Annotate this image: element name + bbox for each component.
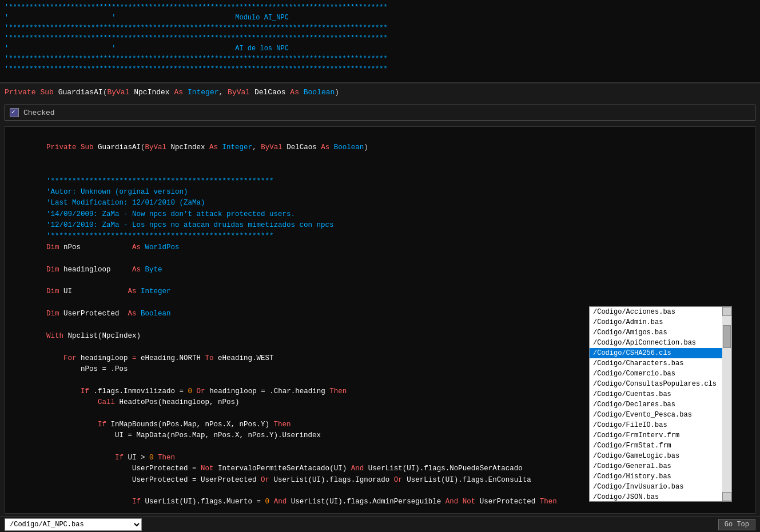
code-editor[interactable]: Private Sub GuardiasAI(ByVal NpcIndex As… xyxy=(5,126,755,514)
code-comment-6: '***************************************… xyxy=(12,231,748,242)
dropdown-list[interactable]: /Codigo/Acciones.bas/Codigo/Admin.bas/Co… xyxy=(590,307,722,501)
dropdown-scrollbar[interactable]: ▲ ▼ xyxy=(722,307,731,501)
code-func-sig: Private Sub GuardiasAI(ByVal NpcIndex As… xyxy=(12,131,748,165)
banner-line-1: '***************************************… xyxy=(5,2,755,13)
top-banner: '***************************************… xyxy=(0,0,760,83)
dropdown-item[interactable]: /Codigo/History.bas xyxy=(590,471,722,482)
dropdown-item[interactable]: /Codigo/General.bas xyxy=(590,461,722,471)
code-blank-3 xyxy=(12,275,748,286)
scrollbar-thumb[interactable] xyxy=(723,325,731,348)
dropdown-item[interactable]: /Codigo/JSON.bas xyxy=(590,492,722,501)
dropdown-item[interactable]: /Codigo/FrmStat.frm xyxy=(590,441,722,451)
dropdown-item[interactable]: /Codigo/Admin.bas xyxy=(590,317,722,327)
code-comment-2: 'Autor: Unknown (orginal version) xyxy=(12,187,748,198)
file-dropdown-overlay: /Codigo/Acciones.bas/Codigo/Admin.bas/Co… xyxy=(589,306,732,502)
func-signature-bar: Private Sub GuardiasAI(ByVal NpcIndex As… xyxy=(0,83,760,101)
dropdown-item[interactable]: /Codigo/GameLogic.bas xyxy=(590,451,722,461)
go-top-button[interactable]: Go Top xyxy=(718,519,755,530)
dropdown-item[interactable]: /Codigo/InvUsuario.bas xyxy=(590,482,722,492)
dropdown-item[interactable]: /Codigo/FrmInterv.frm xyxy=(590,430,722,441)
banner-line-6: '***************************************… xyxy=(5,54,755,64)
checked-bar: Checked xyxy=(5,105,755,121)
code-dim-npos: Dim nPos As WorldPos xyxy=(12,242,748,253)
code-comment-5: '12/01/2010: ZaMa - Los npcs no atacan d… xyxy=(12,220,748,231)
dropdown-item[interactable]: /Codigo/FileIO.bas xyxy=(590,420,722,430)
code-comment-3: 'Last Modification: 12/01/2010 (ZaMa) xyxy=(12,198,748,209)
banner-line-5: '' AI de los NPC xyxy=(5,43,755,54)
dropdown-item[interactable]: /Codigo/Comercio.bas xyxy=(590,369,722,379)
code-blank-2 xyxy=(12,253,748,264)
dropdown-item[interactable]: /Codigo/Cuentas.bas xyxy=(590,389,722,399)
code-blank-11 xyxy=(12,508,748,513)
scrollbar-up-arrow[interactable]: ▲ xyxy=(722,307,731,316)
banner-line-7: '***************************************… xyxy=(5,64,755,74)
dropdown-item[interactable]: /Codigo/Acciones.bas xyxy=(590,307,722,317)
code-blank-1 xyxy=(12,165,748,175)
file-selector-dropdown[interactable]: /Codigo/AI_NPC.bas xyxy=(5,518,142,531)
dropdown-item[interactable]: /Codigo/Characters.bas xyxy=(590,358,722,369)
func-signature-text: Private Sub GuardiasAI(ByVal NpcIndex As… xyxy=(5,88,339,97)
banner-line-2: '' Modulo AI_NPC xyxy=(5,13,755,23)
checked-label: Checked xyxy=(23,109,55,117)
dropdown-item[interactable]: /Codigo/Amigos.bas xyxy=(590,327,722,338)
code-dim-ui: Dim UI As Integer xyxy=(12,286,748,297)
dropdown-row: /Codigo/Acciones.bas/Codigo/Admin.bas/Co… xyxy=(590,307,731,501)
dropdown-item[interactable]: /Codigo/ApiConnection.bas xyxy=(590,338,722,348)
banner-line-3: '***************************************… xyxy=(5,23,755,33)
code-comment-1: '***************************************… xyxy=(12,176,748,187)
bottom-bar: /Codigo/AI_NPC.bas Go Top xyxy=(0,516,760,532)
banner-line-4: '***************************************… xyxy=(5,33,755,43)
code-dim-heading: Dim headingloop As Byte xyxy=(12,265,748,275)
dropdown-item[interactable]: /Codigo/Declares.bas xyxy=(590,399,722,410)
dropdown-item[interactable]: /Codigo/Evento_Pesca.bas xyxy=(590,410,722,420)
checked-checkbox[interactable] xyxy=(10,108,19,117)
code-comment-4: '14/09/2009: ZaMa - Now npcs don't attac… xyxy=(12,209,748,220)
main-container: '***************************************… xyxy=(0,0,760,532)
dropdown-item[interactable]: /Codigo/CSHA256.cls xyxy=(590,348,722,358)
scrollbar-down-arrow[interactable]: ▼ xyxy=(722,492,731,501)
dropdown-item[interactable]: /Codigo/ConsultasPopulares.cls xyxy=(590,379,722,389)
